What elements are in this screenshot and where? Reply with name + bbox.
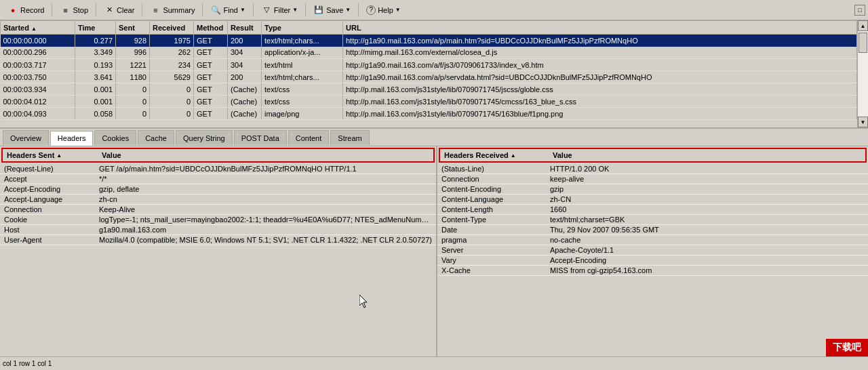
header-value: gzip [546,184,868,194]
save-button[interactable]: 💾 Save ▼ [309,2,355,18]
find-dropdown-icon: ▼ [240,7,245,13]
tab-stream[interactable]: Stream [330,130,369,145]
header-name: Date [437,225,546,235]
cell-url: http://g1a90.mail.163.com/a/p/servdata.h… [343,71,857,83]
find-button[interactable]: 🔍 Find ▼ [205,2,250,18]
header-name: Vary [437,255,546,266]
separator-5 [253,3,254,17]
headers-received-row: pragmano-cache [437,235,868,245]
header-value: Keep-Alive [95,205,436,215]
filter-button[interactable]: ▽ Filter ▼ [256,2,302,18]
headers-received-row: Connectionkeep-alive [437,174,868,184]
headers-sent-row: User-AgentMozilla/4.0 (compatible; MSIE … [0,235,436,245]
cell-started: 00:00:03.717 [1,59,75,71]
headers-received-row: (Status-Line)HTTP/1.0 200 OK [437,164,868,174]
table-row[interactable]: 00:00:00.2963.349996262GET304application… [1,47,857,59]
tab-headers[interactable]: Headers [50,131,94,146]
scroll-thumb[interactable] [859,33,867,53]
col-header-result[interactable]: Result [228,21,262,35]
headers-received-row: Content-Typetext/html;charset=GBK [437,215,868,225]
table-row[interactable]: 00:00:04.0930.05800GET(Cache)image/pnght… [1,108,857,120]
cell-result: 304 [228,47,262,59]
col-header-time[interactable]: Time [75,21,116,35]
watermark: 下载吧 [826,339,868,356]
table-row[interactable]: 00:00:03.9340.00100GET(Cache)text/csshtt… [1,83,857,96]
stop-button[interactable]: ■ Stop [55,2,93,18]
cell-method: GET [194,71,228,83]
summary-button[interactable]: ≡ Summary [145,2,199,18]
save-dropdown-icon: ▼ [345,7,351,13]
headers-sent-value-col[interactable]: Value [98,150,125,161]
cell-result: (Cache) [228,108,262,120]
header-value: g1a90.mail.163.com [95,225,436,235]
cell-url: http://p.mail.163.com/js31style/lib/0709… [343,96,857,108]
toolbar: ● Record ■ Stop ✕ Clear ≡ Summary 🔍 Find… [0,0,868,20]
tab-cache[interactable]: Cache [138,130,174,145]
header-name: Accept-Language [0,194,95,205]
headers-sent-table: (Request-Line)GET /a/p/main.htm?sid=UBDC… [0,164,436,245]
table-row[interactable]: 00:00:03.7503.64111805629GET200text/html… [1,71,857,83]
headers-received-col[interactable]: Headers Received ▲ [440,150,549,161]
headers-received-row: DateThu, 29 Nov 2007 09:56:35 GMT [437,225,868,235]
cell-method: GET [194,59,228,71]
col-header-started[interactable]: Started ▲ [1,21,75,35]
header-value: keep-alive [546,174,868,184]
cell-time: 0.001 [75,83,116,96]
separator-2 [96,3,96,17]
headers-received-header: Headers Received ▲ Value [439,148,867,163]
headers-sent-col[interactable]: Headers Sent ▲ [3,150,98,161]
table-row[interactable]: 00:00:04.0120.00100GET(Cache)text/csshtt… [1,96,857,108]
cell-started: 00:00:03.750 [1,71,75,83]
header-name: Content-Type [437,215,546,225]
cell-url: http://p.mail.163.com/js31style/lib/0709… [343,108,857,120]
cell-method: GET [194,96,228,108]
col-header-sent[interactable]: Sent [116,21,150,35]
headers-received-table: (Status-Line)HTTP/1.0 200 OKConnectionke… [437,164,868,276]
col-header-received[interactable]: Received [150,21,194,35]
separator-1 [52,3,52,17]
clear-button[interactable]: ✕ Clear [99,2,139,18]
separator-3 [142,3,142,17]
cell-type: image/png [262,108,343,120]
header-value: */* [95,174,436,184]
maximize-button[interactable]: □ [854,5,865,16]
scroll-down-button[interactable]: ▼ [858,117,868,127]
tab-query-string[interactable]: Query String [176,130,233,145]
panel-headers-sent: Headers Sent ▲ Value (Request-Line)GET /… [0,146,437,370]
headers-received-row: VaryAccept-Encoding [437,255,868,266]
side-label: HttpWatch Professional 4.2 [0,276,34,291]
headers-sent-row: CookielogType=-1; nts_mail_user=mayingba… [0,215,436,225]
request-table: Started ▲ Time Sent Received Method Resu… [0,20,857,120]
cell-sent: 0 [116,96,150,108]
headers-received-value-col[interactable]: Value [549,150,576,161]
table-row[interactable]: 00:00:00.0000.2779281975GET200text/html;… [1,35,857,47]
col-header-type[interactable]: Type [262,21,343,35]
cell-method: GET [194,83,228,96]
tab-cookies[interactable]: Cookies [94,130,136,145]
cell-url: http://g1a90.mail.163.com/a/p/main.htm?s… [343,35,857,47]
col-header-url[interactable]: URL [343,21,857,35]
headers-received-row: ServerApache-Coyote/1.1 [437,245,868,255]
header-name: X-Cache [437,266,546,276]
scroll-up-button[interactable]: ▲ [858,20,868,31]
col-header-method[interactable]: Method [194,21,228,35]
cell-started: 00:00:00.296 [1,47,75,59]
tab-content[interactable]: Content [288,130,330,145]
cell-received: 234 [150,59,194,71]
cell-type: text/html;chars... [262,35,343,47]
separator-7 [358,3,359,17]
scroll-track[interactable] [858,31,868,117]
headers-received-row: Content-Length1660 [437,205,868,215]
tab-overview[interactable]: Overview [3,130,49,145]
cell-method: GET [194,47,228,59]
help-button[interactable]: ? Help ▼ [361,2,406,18]
header-name: User-Agent [0,235,95,245]
header-name: Content-Length [437,205,546,215]
header-name: Content-Encoding [437,184,546,194]
panel-headers-received: Headers Received ▲ Value (Status-Line)HT… [437,146,868,370]
tab-post-data[interactable]: POST Data [234,130,287,145]
record-button[interactable]: ● Record [3,2,49,18]
header-name: (Request-Line) [0,164,95,174]
headers-received-row: Content-Languagezh-CN [437,194,868,205]
table-row[interactable]: 00:00:03.7170.1931221234GET304text/htmlh… [1,59,857,71]
